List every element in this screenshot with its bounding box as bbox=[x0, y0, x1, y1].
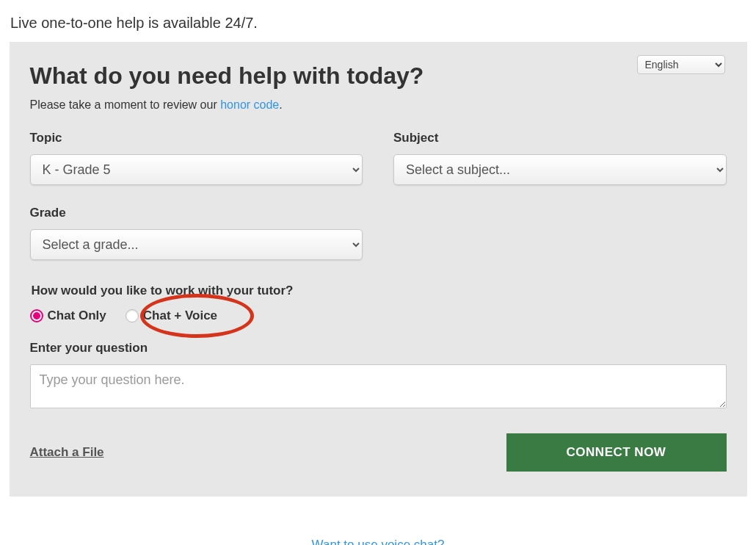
form-bottom-row: Attach a File CONNECT NOW bbox=[30, 433, 727, 472]
form-panel: English What do you need help with today… bbox=[10, 42, 747, 497]
honor-code-line: Please take a moment to review our honor… bbox=[30, 98, 727, 112]
language-select[interactable]: English bbox=[637, 55, 725, 74]
radio-chat-voice[interactable]: Chat + Voice bbox=[126, 308, 217, 323]
radio-chat-only[interactable]: Chat Only bbox=[30, 308, 106, 323]
topic-label: Topic bbox=[30, 131, 363, 145]
subline-prefix: Please take a moment to review our bbox=[30, 98, 221, 111]
radio-chat-voice-label: Chat + Voice bbox=[143, 308, 217, 323]
topic-subject-row: Topic K - Grade 5 Subject Select a subje… bbox=[30, 131, 727, 185]
honor-code-link[interactable]: honor code bbox=[220, 98, 279, 111]
topic-col: Topic K - Grade 5 bbox=[30, 131, 363, 185]
page-title: What do you need help with today? bbox=[30, 62, 727, 90]
grade-select[interactable]: Select a grade... bbox=[30, 229, 363, 260]
subject-col: Subject Select a subject... bbox=[393, 131, 727, 185]
footer: Want to use voice chat? Requires a micro… bbox=[10, 538, 747, 545]
question-textarea[interactable] bbox=[30, 364, 727, 408]
language-select-wrap: English bbox=[637, 55, 725, 74]
tutor-mode-radio-group: Chat Only Chat + Voice bbox=[30, 308, 727, 323]
voice-chat-link[interactable]: Want to use voice chat? bbox=[312, 538, 445, 545]
intro-text: Live one-to-one help is available 24/7. bbox=[10, 15, 746, 32]
radio-chat-only-label: Chat Only bbox=[48, 308, 106, 323]
subline-suffix: . bbox=[279, 98, 282, 111]
attach-file-link[interactable]: Attach a File bbox=[30, 445, 104, 460]
topic-select[interactable]: K - Grade 5 bbox=[30, 154, 363, 185]
question-label: Enter your question bbox=[30, 341, 727, 355]
radio-icon-selected bbox=[30, 309, 43, 322]
page: Live one-to-one help is available 24/7. … bbox=[0, 0, 756, 545]
subject-select[interactable]: Select a subject... bbox=[393, 154, 727, 185]
grade-label: Grade bbox=[30, 206, 363, 220]
radio-icon-unselected bbox=[126, 309, 139, 322]
subject-label: Subject bbox=[393, 131, 727, 145]
connect-now-button[interactable]: CONNECT NOW bbox=[506, 433, 727, 472]
grade-col: Grade Select a grade... bbox=[30, 206, 363, 260]
tutor-mode-question: How would you like to work with your tut… bbox=[32, 284, 727, 298]
